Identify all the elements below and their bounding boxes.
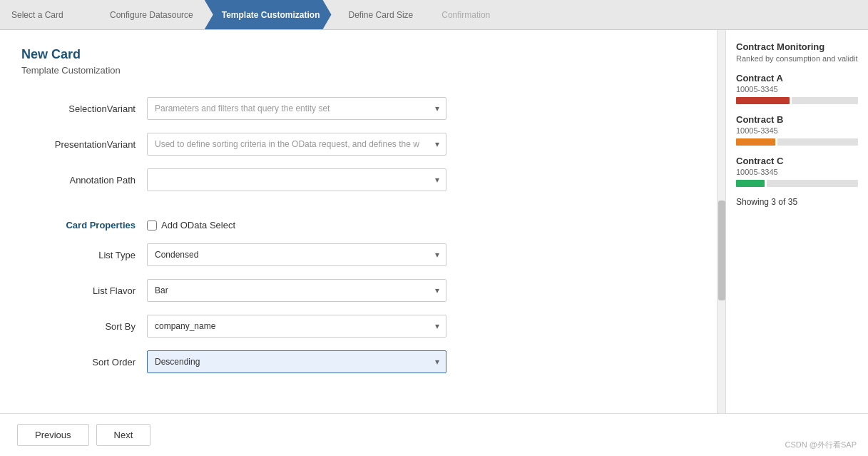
page-title: New Card	[21, 47, 695, 62]
contract-b-bar-filled	[736, 138, 775, 146]
list-flavor-control: Bar Standard	[147, 279, 446, 302]
contract-a-bar-empty	[792, 97, 858, 104]
contract-b-bar-empty	[777, 138, 858, 146]
bottom-bar: Previous Next	[0, 413, 868, 456]
sort-order-row: Sort Order Descending Ascending	[21, 350, 695, 373]
presentation-variant-row: PresentationVariant Used to define sorti…	[21, 133, 695, 156]
scroll-thumb[interactable]	[718, 201, 725, 300]
selection-variant-row: SelectionVariant Parameters and filters …	[21, 97, 695, 120]
contract-b-name: Contract B	[736, 114, 858, 125]
list-type-label: List Type	[21, 250, 136, 260]
list-flavor-select[interactable]: Bar Standard	[147, 279, 446, 302]
contract-item-c: Contract C 10005-3345	[736, 156, 858, 187]
form-area: New Card Template Customization Selectio…	[0, 30, 868, 456]
contract-b-bar	[736, 138, 858, 146]
selection-variant-control: Parameters and filters that query the en…	[147, 97, 446, 120]
list-type-wrapper: Condensed Standard Compact	[147, 243, 446, 266]
step-label: Configure Datasource	[110, 10, 193, 20]
step-label: Confirmation	[441, 10, 490, 20]
presentation-variant-control: Used to define sorting criteria in the O…	[147, 133, 446, 156]
add-odata-select-label[interactable]: Add OData Select	[147, 220, 446, 230]
list-flavor-row: List Flavor Bar Standard	[21, 279, 695, 302]
contract-a-bar-filled	[736, 97, 790, 104]
top-form-section: SelectionVariant Parameters and filters …	[21, 97, 695, 191]
contract-c-bar-filled	[736, 180, 765, 187]
main-area: New Card Template Customization Selectio…	[0, 30, 868, 456]
preview-footer: Showing 3 of 35	[736, 197, 858, 207]
contract-c-name: Contract C	[736, 156, 858, 166]
previous-button[interactable]: Previous	[17, 424, 89, 446]
contract-a-bar	[736, 97, 858, 104]
contract-b-id: 10005-3345	[736, 126, 858, 135]
content-wrapper: New Card Template Customization Selectio…	[0, 30, 868, 456]
add-odata-select-control: Add OData Select	[147, 220, 446, 230]
annotation-path-label: Annotation Path	[21, 175, 136, 186]
contract-c-bar-empty	[767, 180, 858, 187]
contract-a-id: 10005-3345	[736, 85, 858, 93]
form-content: New Card Template Customization Selectio…	[0, 30, 717, 456]
presentation-variant-label: PresentationVariant	[21, 139, 136, 150]
scrollbar[interactable]	[717, 30, 725, 456]
step-select-card[interactable]: Select a Card	[0, 0, 93, 29]
annotation-path-select[interactable]	[147, 168, 446, 191]
card-properties-label: Card Properties	[21, 220, 136, 230]
watermark: CSDN @外行看SAP	[785, 440, 857, 450]
step-template-customization[interactable]: Template Customization	[205, 0, 332, 29]
sort-by-select[interactable]: company_name contract_id value	[147, 315, 446, 338]
add-odata-select-text: Add OData Select	[161, 220, 235, 230]
contract-c-bar	[736, 180, 858, 187]
contract-item-b: Contract B 10005-3345	[736, 114, 858, 146]
list-type-select[interactable]: Condensed Standard Compact	[147, 243, 446, 266]
sort-order-control: Descending Ascending	[147, 350, 446, 373]
add-odata-select-checkbox[interactable]	[147, 221, 157, 230]
step-configure-datasource[interactable]: Configure Datasource	[93, 0, 205, 29]
preview-panel: Contract Monitoring Ranked by consumptio…	[725, 30, 868, 456]
contract-a-name: Contract A	[736, 73, 858, 83]
list-type-row: List Type Condensed Standard Compact	[21, 243, 695, 266]
preview-title: Contract Monitoring	[736, 41, 858, 52]
step-confirmation[interactable]: Confirmation	[424, 0, 517, 29]
next-button[interactable]: Next	[96, 424, 151, 446]
list-flavor-wrapper: Bar Standard	[147, 279, 446, 302]
card-properties-header-row: Card Properties Add OData Select	[21, 220, 695, 230]
sort-order-select[interactable]: Descending Ascending	[147, 350, 446, 373]
contract-c-id: 10005-3345	[736, 168, 858, 176]
sort-by-row: Sort By company_name contract_id value	[21, 315, 695, 338]
sort-order-label: Sort Order	[21, 357, 136, 368]
selection-variant-select[interactable]: Parameters and filters that query the en…	[147, 97, 446, 120]
page-subtitle: Template Customization	[21, 65, 695, 76]
selection-variant-wrapper: Parameters and filters that query the en…	[147, 97, 446, 120]
annotation-path-wrapper	[147, 168, 446, 191]
sort-by-label: Sort By	[21, 321, 136, 332]
sort-order-wrapper: Descending Ascending	[147, 350, 446, 373]
presentation-variant-select[interactable]: Used to define sorting criteria in the O…	[147, 133, 446, 156]
selection-variant-label: SelectionVariant	[21, 103, 136, 114]
contract-item-a: Contract A 10005-3345	[736, 73, 858, 104]
annotation-path-row: Annotation Path	[21, 168, 695, 191]
step-label: Define Card Size	[349, 10, 414, 20]
step-label: Template Customization	[222, 10, 320, 20]
list-flavor-label: List Flavor	[21, 285, 136, 296]
preview-subtitle: Ranked by consumption and validit	[736, 54, 858, 63]
sort-by-control: company_name contract_id value	[147, 315, 446, 338]
card-properties-section: Card Properties Add OData Select List Ty…	[21, 220, 695, 373]
list-type-control: Condensed Standard Compact	[147, 243, 446, 266]
presentation-variant-wrapper: Used to define sorting criteria in the O…	[147, 133, 446, 156]
step-label: Select a Card	[11, 10, 63, 20]
annotation-path-control	[147, 168, 446, 191]
stepper: Select a Card Configure Datasource Templ…	[0, 0, 868, 30]
sort-by-wrapper: company_name contract_id value	[147, 315, 446, 338]
step-define-card-size[interactable]: Define Card Size	[332, 0, 425, 29]
